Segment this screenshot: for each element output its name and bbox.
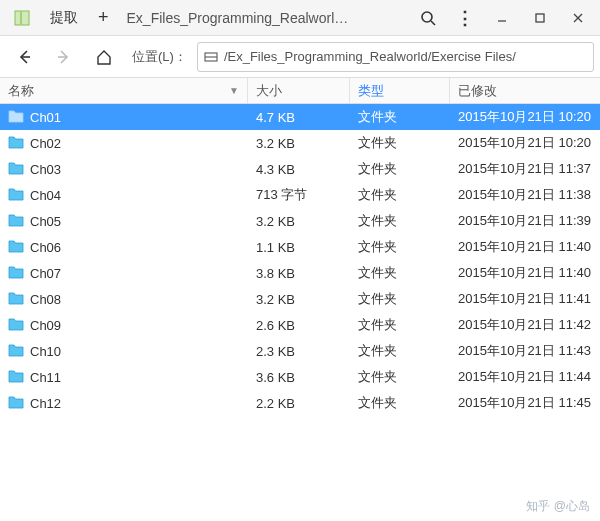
cell-type: 文件夹 [350,390,450,416]
svg-point-2 [422,12,432,22]
minimize-button[interactable] [484,4,520,32]
file-name: Ch08 [30,292,61,307]
cell-name: Ch02 [0,130,248,156]
cell-name: Ch11 [0,364,248,390]
minimize-icon [496,12,508,24]
titlebar: 提取 + Ex_Files_Programming_Realworl… ⋮ [0,0,600,36]
file-name: Ch12 [30,396,61,411]
cell-modified: 2015年10月21日 10:20 [450,130,600,156]
cell-name: Ch08 [0,286,248,312]
columns-header: 名称 ▼ 大小 类型 已修改 [0,78,600,104]
cell-type: 文件夹 [350,156,450,182]
file-name: Ch06 [30,240,61,255]
cell-size: 2.6 KB [248,312,350,338]
cell-type: 文件夹 [350,130,450,156]
cell-modified: 2015年10月21日 11:41 [450,286,600,312]
table-row[interactable]: Ch04713 字节文件夹2015年10月21日 11:38 [0,182,600,208]
folder-icon [8,265,24,282]
cell-size: 3.8 KB [248,260,350,286]
table-row[interactable]: Ch113.6 KB文件夹2015年10月21日 11:44 [0,364,600,390]
cell-size: 2.3 KB [248,338,350,364]
forward-button[interactable] [46,41,82,73]
column-name-label: 名称 [8,82,34,100]
folder-icon [8,135,24,152]
cell-name: Ch03 [0,156,248,182]
column-modified-label: 已修改 [458,82,497,100]
column-name[interactable]: 名称 ▼ [0,78,248,103]
cell-type: 文件夹 [350,312,450,338]
cell-type: 文件夹 [350,286,450,312]
cell-modified: 2015年10月21日 11:40 [450,234,600,260]
table-row[interactable]: Ch053.2 KB文件夹2015年10月21日 11:39 [0,208,600,234]
folder-icon [8,161,24,178]
close-icon [572,12,584,24]
cell-type: 文件夹 [350,234,450,260]
cell-type: 文件夹 [350,364,450,390]
table-row[interactable]: Ch061.1 KB文件夹2015年10月21日 11:40 [0,234,600,260]
file-name: Ch05 [30,214,61,229]
folder-icon [8,187,24,204]
file-name: Ch09 [30,318,61,333]
cell-name: Ch04 [0,182,248,208]
cell-name: Ch07 [0,260,248,286]
folder-icon [8,239,24,256]
folder-icon [8,343,24,360]
svg-rect-1 [20,11,22,25]
archive-icon [12,8,32,28]
cell-modified: 2015年10月21日 11:43 [450,338,600,364]
cell-size: 3.2 KB [248,286,350,312]
location-label: 位置(L)： [126,48,193,66]
menu-button[interactable]: ⋮ [446,4,484,32]
arrow-left-icon [16,49,32,65]
cell-modified: 2015年10月21日 11:40 [450,260,600,286]
path-text: /Ex_Files_Programming_Realworld/Exercise… [224,49,516,64]
cell-size: 4.3 KB [248,156,350,182]
back-button[interactable] [6,41,42,73]
table-row[interactable]: Ch014.7 KB文件夹2015年10月21日 10:20 [0,104,600,130]
path-input[interactable]: /Ex_Files_Programming_Realworld/Exercise… [197,42,594,72]
folder-icon [8,369,24,386]
home-button[interactable] [86,41,122,73]
close-button[interactable] [560,4,596,32]
cell-name: Ch01 [0,104,248,130]
file-name: Ch02 [30,136,61,151]
svg-line-3 [431,21,435,25]
svg-rect-5 [536,14,544,22]
window-title: Ex_Files_Programming_Realworl… [119,10,410,26]
table-row[interactable]: Ch102.3 KB文件夹2015年10月21日 11:43 [0,338,600,364]
column-type[interactable]: 类型 [350,78,450,103]
folder-icon [8,317,24,334]
column-type-label: 类型 [358,82,384,100]
search-button[interactable] [410,4,446,32]
file-name: Ch03 [30,162,61,177]
extract-button[interactable]: 提取 [40,4,88,32]
table-row[interactable]: Ch073.8 KB文件夹2015年10月21日 11:40 [0,260,600,286]
cell-modified: 2015年10月21日 11:39 [450,208,600,234]
cell-modified: 2015年10月21日 11:38 [450,182,600,208]
file-name: Ch10 [30,344,61,359]
sort-descending-icon: ▼ [229,85,239,96]
extract-label: 提取 [50,9,78,27]
new-tab-button[interactable]: + [88,4,119,32]
column-size[interactable]: 大小 [248,78,350,103]
cell-size: 2.2 KB [248,390,350,416]
column-size-label: 大小 [256,82,282,100]
file-name: Ch01 [30,110,61,125]
cell-size: 3.2 KB [248,208,350,234]
drive-icon [204,50,218,64]
file-name: Ch07 [30,266,61,281]
table-row[interactable]: Ch083.2 KB文件夹2015年10月21日 11:41 [0,286,600,312]
table-row[interactable]: Ch034.3 KB文件夹2015年10月21日 11:37 [0,156,600,182]
maximize-icon [534,12,546,24]
column-modified[interactable]: 已修改 [450,78,600,103]
table-row[interactable]: Ch122.2 KB文件夹2015年10月21日 11:45 [0,390,600,416]
maximize-button[interactable] [522,4,558,32]
cell-name: Ch10 [0,338,248,364]
table-row[interactable]: Ch023.2 KB文件夹2015年10月21日 10:20 [0,130,600,156]
search-icon [420,10,436,26]
cell-name: Ch06 [0,234,248,260]
table-row[interactable]: Ch092.6 KB文件夹2015年10月21日 11:42 [0,312,600,338]
folder-icon [8,109,24,126]
cell-type: 文件夹 [350,208,450,234]
cell-modified: 2015年10月21日 10:20 [450,104,600,130]
